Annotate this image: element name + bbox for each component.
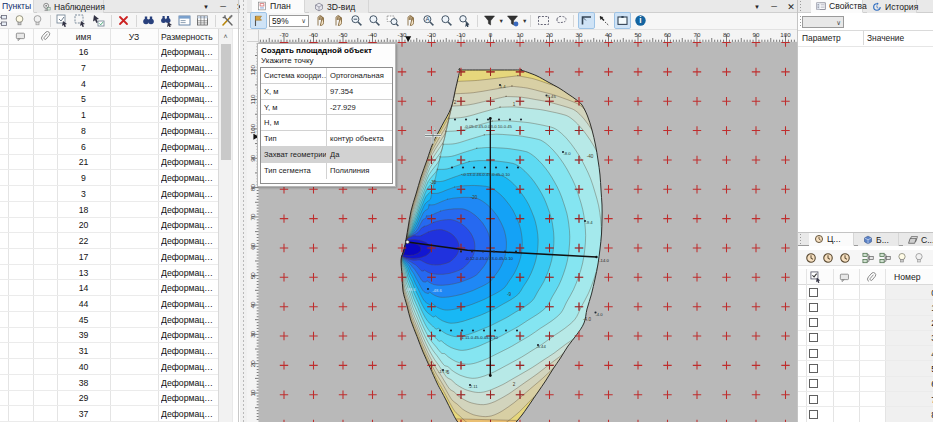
table-settings-button[interactable] [195, 13, 210, 28]
tab-properties[interactable]: Свойства [811, 0, 863, 13]
filter-dropdown[interactable]: ▼ [499, 18, 504, 24]
table-row[interactable]: 4 Деформац… [0, 76, 218, 92]
cycle-next-button[interactable] [838, 251, 852, 265]
table-row[interactable]: 7 Деформац… [0, 60, 218, 76]
node-button[interactable] [861, 251, 875, 265]
cycle-row[interactable]: 7 [798, 392, 933, 407]
cycle-row[interactable]: 0 [798, 285, 933, 300]
tab-cycles[interactable]: Ц... [809, 233, 854, 246]
table-row[interactable]: 31 Деформац… [0, 343, 218, 359]
table-row[interactable]: 37 Деформац… [0, 406, 218, 422]
table-row[interactable]: 17 Деформац… [0, 249, 218, 265]
tab-observations[interactable]: Наблюдения [37, 0, 104, 13]
form-view-button[interactable] [177, 13, 192, 28]
show-button[interactable] [12, 13, 27, 28]
select-box-button[interactable] [73, 13, 88, 28]
settings-button[interactable] [220, 13, 235, 28]
object-combobox[interactable]: ∨ [802, 16, 844, 28]
cycle-checkbox[interactable] [809, 364, 818, 373]
cycle-checkbox[interactable] [809, 333, 818, 342]
tab-history[interactable]: История [867, 0, 917, 13]
zoom-selection-button[interactable] [439, 13, 454, 28]
panel-minimize-button[interactable]: ─ [769, 2, 779, 12]
cycle-checkbox[interactable] [809, 410, 818, 419]
select-on-plan-button[interactable] [91, 13, 106, 28]
table-row[interactable]: 14 Деформац… [0, 280, 218, 296]
find-button[interactable] [141, 13, 156, 28]
tab-layers[interactable]: С... [903, 233, 933, 246]
table-row[interactable]: 1 Деформац… [0, 107, 218, 123]
zoom-pointer-button[interactable] [457, 13, 472, 28]
table-row[interactable]: 45 Деформац… [0, 312, 218, 328]
table-row[interactable]: 22 Деформац… [0, 233, 218, 249]
cycle-checkbox[interactable] [809, 288, 818, 297]
cycle-row[interactable]: 6 [798, 377, 933, 392]
filter-selection-button[interactable] [505, 13, 520, 28]
tab-3d-view[interactable]: 3D-вид [309, 0, 369, 13]
name-column-header[interactable]: имя [57, 29, 110, 45]
vertical-splitter[interactable] [240, 0, 247, 422]
comment-column-header[interactable] [8, 29, 33, 45]
zoom-combobox[interactable]: 59% ∨ [269, 15, 309, 27]
checkbox-cursor-icon[interactable] [810, 271, 822, 283]
panel-close-button[interactable]: ✕ [786, 2, 796, 12]
cycle-prev-button[interactable] [821, 251, 835, 265]
cycle-row[interactable]: 1 [798, 300, 933, 315]
tab-blocks[interactable]: Б... [858, 233, 899, 246]
attachment-column-header[interactable] [33, 29, 57, 45]
table-row[interactable]: 44 Деформац… [0, 296, 218, 312]
cycle-row[interactable]: 8 [798, 407, 933, 422]
grab-button[interactable] [403, 13, 418, 28]
tab-points[interactable]: Пункты [0, 0, 34, 13]
table-row[interactable]: 40 Деформац… [0, 359, 218, 375]
scrollbar-thumb[interactable] [221, 44, 231, 160]
table-row[interactable]: 9 Деформац… [0, 170, 218, 186]
filter-selection-dropdown[interactable]: ▼ [522, 18, 527, 24]
dimension-column-header[interactable]: Размерность [158, 29, 218, 45]
delete-button[interactable] [116, 13, 131, 28]
value-column-header[interactable]: Значение [867, 33, 904, 43]
ortho-corner-button[interactable] [579, 13, 594, 28]
table-row[interactable]: 38 Деформац… [0, 375, 218, 391]
lasso-select-button[interactable] [554, 13, 569, 28]
node2-button[interactable] [878, 251, 892, 265]
table-row[interactable]: 8 Деформац… [0, 123, 218, 139]
drag-handle[interactable] [800, 1, 801, 12]
contour-button[interactable] [615, 13, 630, 28]
tab-plan[interactable]: План [252, 0, 305, 13]
table-row[interactable]: 21 Деформац… [0, 155, 218, 171]
cycle-row[interactable]: 2 [798, 316, 933, 331]
rect-select-button[interactable] [536, 13, 551, 28]
uz-column-header[interactable]: УЗ [110, 29, 158, 45]
zoom-extents-button[interactable] [421, 13, 436, 28]
cycle-checkbox[interactable] [809, 303, 818, 312]
select-checked-button[interactable] [55, 13, 70, 28]
zoom-in-button[interactable] [367, 13, 382, 28]
table-row[interactable]: 16 Деформац… [0, 45, 218, 61]
table-row[interactable]: 20 Деформац… [0, 218, 218, 234]
cycle-checkbox[interactable] [809, 395, 818, 404]
table-row[interactable]: 5 Деформац… [0, 92, 218, 108]
cycle-button[interactable] [804, 251, 818, 265]
table-row[interactable]: 29 Деформац… [0, 391, 218, 407]
cycle-checkbox[interactable] [809, 379, 818, 388]
table-row[interactable]: 18 Деформац… [0, 202, 218, 218]
cycle-row[interactable]: 5 [798, 362, 933, 377]
scrollbar-up-button[interactable]: ˄ [219, 29, 232, 43]
hide-button[interactable] [912, 251, 926, 265]
drag-handle[interactable] [800, 234, 801, 245]
number-column-header[interactable]: Номер [894, 272, 920, 282]
panel-menu-button[interactable]: ▼ [201, 2, 211, 12]
find-select-button[interactable] [159, 13, 174, 28]
info-button[interactable] [633, 13, 648, 28]
pan-realtime-button[interactable] [331, 13, 346, 28]
zoom-out-button[interactable] [349, 13, 364, 28]
parameter-column-header[interactable]: Параметр [802, 33, 841, 43]
zoom-window-button[interactable] [385, 13, 400, 28]
table-row[interactable]: 13 Деформац… [0, 265, 218, 281]
cycle-checkbox[interactable] [809, 349, 818, 358]
cycle-row[interactable]: 3 [798, 331, 933, 346]
hide-button[interactable] [30, 13, 45, 28]
navigation-mode-button[interactable] [251, 13, 266, 28]
tree-view-button[interactable] [0, 13, 9, 28]
